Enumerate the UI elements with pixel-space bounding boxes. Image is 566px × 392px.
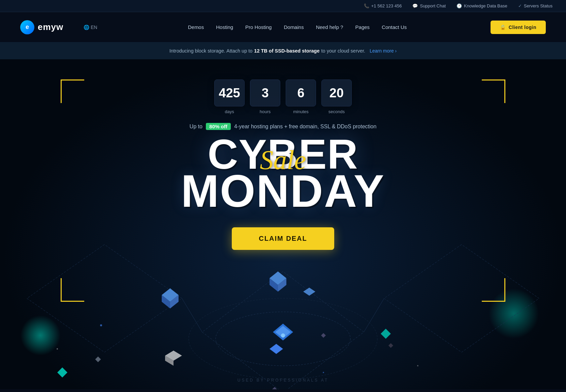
svg-point-27 (57, 348, 58, 350)
nav-need-help[interactable]: Need help ? (316, 24, 343, 30)
svg-marker-22 (303, 288, 315, 296)
servers-item[interactable]: ✓ Servers Status (518, 3, 553, 8)
announcement-text-before: Introducing block storage. Attach up to (169, 48, 253, 54)
countdown-days-label: days (225, 109, 234, 114)
globe-icon: 🌐 (84, 25, 89, 30)
corner-bracket-top-right (482, 79, 505, 103)
top-bar: 📞 +1 562 123 456 💬 Support Chat 🕐 Knowle… (0, 0, 566, 12)
countdown-days-value: 425 (214, 79, 245, 106)
used-by-text: USED BY PROFESSIONALS AT (238, 378, 328, 383)
hero-content: 425 days 3 hours 6 minutes 20 seconds Up… (181, 59, 385, 250)
knowledge-item[interactable]: 🕐 Knowledge Data Base (457, 3, 507, 8)
announcement-text-after: to your cloud server. (321, 48, 366, 54)
phone-icon: 📞 (364, 3, 369, 8)
cyber-monday-heading: CYBER Sale MONDAY (181, 133, 385, 214)
navbar: e emyw 🌐 EN Demos Hosting Pro Hosting Do… (0, 12, 566, 42)
support-icon: 💬 (412, 3, 418, 8)
svg-rect-12 (388, 343, 393, 348)
corner-bracket-bottom-right (482, 278, 505, 302)
announcement-link[interactable]: Learn more › (370, 48, 397, 54)
svg-rect-9 (95, 357, 101, 362)
monday-label: MONDAY (181, 168, 385, 214)
svg-marker-2 (384, 244, 539, 352)
svg-point-29 (323, 372, 324, 373)
countdown-minutes-label: minutes (293, 109, 309, 114)
countdown-hours-value: 3 (250, 79, 280, 106)
svg-marker-25 (270, 344, 283, 354)
support-label: Support Chat (420, 3, 446, 8)
svg-marker-7 (57, 367, 67, 378)
client-login-label: Client login (509, 25, 536, 30)
countdown-minutes-value: 6 (286, 79, 316, 106)
countdown-minutes: 6 minutes (286, 79, 316, 114)
countdown-seconds: 20 seconds (321, 79, 352, 114)
nav-domains[interactable]: Domains (284, 24, 304, 30)
sale-tagline: Up to 80% off 4-year hosting plans + fre… (190, 124, 377, 130)
hero-section: 425 days 3 hours 6 minutes 20 seconds Up… (0, 59, 566, 389)
corner-bracket-bottom-left (61, 278, 84, 302)
phone-item[interactable]: 📞 +1 562 123 456 (364, 3, 402, 8)
svg-line-3 (182, 298, 202, 332)
svg-rect-11 (321, 333, 326, 338)
svg-marker-0 (27, 244, 182, 352)
nav-actions: 🔒 Client login (491, 21, 546, 34)
servers-label: Servers Status (524, 3, 553, 8)
knowledge-icon: 🕐 (457, 3, 462, 8)
phone-number: +1 562 123 456 (371, 3, 402, 8)
lock-icon: 🔒 (500, 25, 506, 30)
nav-pro-hosting[interactable]: Pro Hosting (245, 24, 272, 30)
countdown-timer: 425 days 3 hours 6 minutes 20 seconds (214, 79, 352, 114)
corner-bracket-top-left (61, 79, 84, 103)
nav-pages[interactable]: Pages (355, 24, 370, 30)
lang-label: EN (91, 25, 97, 30)
announcement-highlight: 12 TB of SSD-based storage (254, 48, 319, 54)
nav-contact[interactable]: Contact Us (382, 24, 407, 30)
knowledge-label: Knowledge Data Base (464, 3, 507, 8)
svg-rect-10 (272, 387, 277, 389)
countdown-hours-label: hours (260, 109, 271, 114)
svg-point-15 (281, 333, 285, 337)
servers-icon: ✓ (518, 3, 522, 8)
countdown-seconds-label: seconds (328, 109, 345, 114)
svg-marker-8 (381, 329, 391, 339)
tagline-before: Up to (190, 124, 202, 129)
announcement-bar: Introducing block storage. Attach up to … (0, 42, 566, 59)
support-item[interactable]: 💬 Support Chat (412, 3, 446, 8)
tagline-after: 4-year hosting plans + free domain, SSL … (234, 124, 376, 129)
nav-hosting[interactable]: Hosting (216, 24, 233, 30)
nav-demos[interactable]: Demos (188, 24, 204, 30)
logo-icon: e (20, 20, 34, 34)
countdown-seconds-value: 20 (321, 79, 352, 106)
nav-links: Demos Hosting Pro Hosting Domains Need h… (104, 24, 491, 30)
countdown-hours: 3 hours (250, 79, 280, 114)
svg-point-26 (100, 324, 102, 326)
svg-line-4 (364, 298, 384, 332)
claim-deal-button[interactable]: CLAIM DEAL (232, 227, 334, 250)
sale-script-text: Sale (260, 146, 306, 173)
lang-switcher[interactable]: 🌐 EN (84, 25, 97, 30)
client-login-button[interactable]: 🔒 Client login (491, 21, 546, 34)
logo[interactable]: e emyw (20, 20, 63, 34)
discount-badge: 80% off (206, 123, 230, 130)
logo-text: emyw (38, 22, 63, 32)
svg-point-28 (417, 365, 418, 366)
countdown-days: 425 days (214, 79, 245, 114)
